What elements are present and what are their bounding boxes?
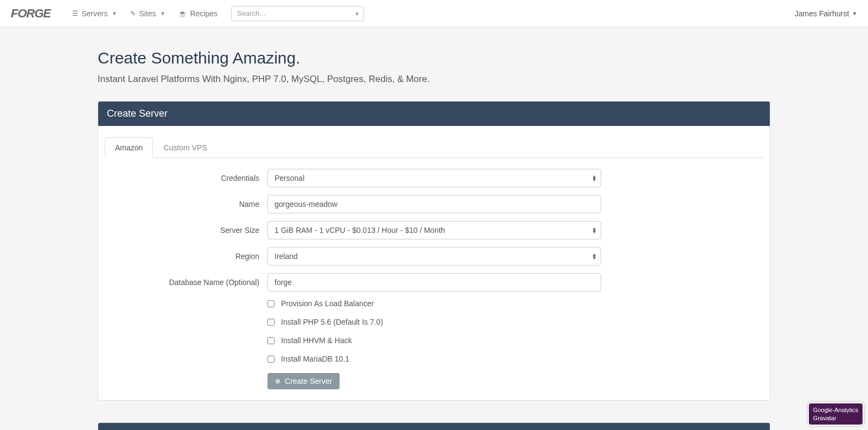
badge-line2: Gravatar (813, 414, 858, 422)
name-input[interactable] (267, 195, 601, 213)
mariadb-label: Install MariaDB 10.1 (281, 355, 349, 363)
checkbox-hhvm: Install HHVM & Hack (267, 336, 763, 345)
nav-recipes[interactable]: ☕ Recipes (178, 9, 218, 18)
form-group-region: Region Ireland ▲▼ (105, 247, 763, 265)
region-label: Region (105, 252, 267, 261)
nav-sites-label: Sites (139, 9, 156, 18)
create-server-body: Amazon Custom VPS Credentials Personal ▲… (98, 126, 770, 400)
main-container: Create Something Amazing. Instant Larave… (87, 27, 781, 430)
database-input[interactable] (267, 273, 601, 292)
chevron-down-icon: ▼ (161, 11, 165, 16)
analytics-badge[interactable]: Google-Analytics Gravatar (808, 402, 864, 426)
nav-items: ☰ Servers ▼ ✎ Sites ▼ ☕ Recipes ▼ (72, 6, 794, 21)
active-servers-panel: Active Servers (98, 422, 770, 430)
nav-recipes-label: Recipes (190, 9, 218, 18)
tab-custom-vps[interactable]: Custom VPS (153, 137, 217, 158)
region-select[interactable]: Ireland (267, 247, 601, 265)
checkbox-load-balancer: Provision As Load Balancer (267, 299, 763, 308)
name-label: Name (105, 200, 267, 208)
form-group-credentials: Credentials Personal ▲▼ (105, 169, 763, 187)
search-input[interactable] (231, 6, 364, 21)
chevron-down-icon: ▼ (852, 11, 857, 16)
nav-sites[interactable]: ✎ Sites ▼ (130, 9, 165, 18)
hhvm-label: Install HHVM & Hack (281, 336, 352, 345)
credentials-label: Credentials (105, 174, 267, 182)
create-server-button-label: Create Server (285, 377, 332, 385)
credentials-select[interactable]: Personal (267, 169, 601, 187)
user-menu[interactable]: James Fairhurst ▼ (795, 9, 857, 18)
nav-servers-label: Servers (81, 9, 107, 18)
php56-checkbox[interactable] (267, 319, 275, 326)
nav-servers[interactable]: ☰ Servers ▼ (72, 9, 117, 18)
badge-line1: Google-Analytics (813, 406, 858, 414)
mariadb-checkbox[interactable] (267, 356, 275, 363)
page-subtitle: Instant Laravel Platforms With Nginx, PH… (98, 74, 770, 85)
checkbox-mariadb: Install MariaDB 10.1 (267, 355, 763, 363)
create-server-panel: Create Server Amazon Custom VPS Credenti… (98, 101, 770, 401)
navbar: FORGE ☰ Servers ▼ ✎ Sites ▼ ☕ Recipes ▼ … (0, 0, 868, 27)
load-balancer-checkbox[interactable] (267, 300, 275, 307)
button-row: ⊕ Create Server (267, 373, 763, 389)
active-servers-heading: Active Servers (98, 423, 770, 430)
form-group-server-size: Server Size 1 GiB RAM - 1 vCPU - $0.013 … (105, 221, 763, 239)
tabs: Amazon Custom VPS (105, 137, 763, 158)
create-server-button[interactable]: ⊕ Create Server (267, 373, 340, 389)
server-size-select[interactable]: 1 GiB RAM - 1 vCPU - $0.013 / Hour - $10… (267, 221, 601, 239)
tab-amazon[interactable]: Amazon (105, 137, 153, 158)
server-size-label: Server Size (105, 226, 267, 235)
create-server-heading: Create Server (98, 102, 770, 126)
search-box: ▼ (231, 6, 364, 21)
logo: FORGE (11, 7, 50, 21)
hhvm-checkbox[interactable] (267, 337, 275, 344)
page-title: Create Something Amazing. (98, 49, 770, 67)
sites-icon: ✎ (130, 10, 136, 17)
form-group-name: Name (105, 195, 763, 213)
checkbox-php56: Install PHP 5.6 (Default Is 7.0) (267, 318, 763, 326)
load-balancer-label: Provision As Load Balancer (281, 299, 374, 308)
recipes-icon: ☕ (178, 10, 187, 17)
form-group-database: Database Name (Optional) (105, 273, 763, 292)
plus-circle-icon: ⊕ (275, 377, 280, 385)
user-name: James Fairhurst (795, 9, 849, 18)
php56-label: Install PHP 5.6 (Default Is 7.0) (281, 318, 383, 326)
servers-icon: ☰ (72, 10, 78, 17)
database-label: Database Name (Optional) (105, 278, 267, 287)
chevron-down-icon: ▼ (112, 11, 117, 16)
